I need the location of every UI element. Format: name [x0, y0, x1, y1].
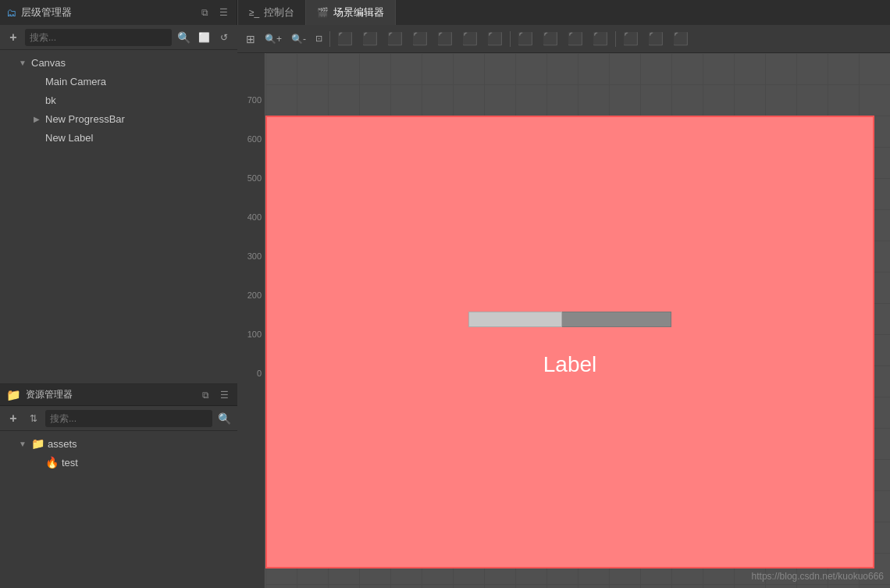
- assets-toolbar: + ⇅ 🔍: [0, 406, 237, 431]
- progressbar-label: New ProgressBar: [45, 113, 125, 125]
- scene-tool-dist2[interactable]: ⬛: [539, 29, 562, 49]
- assets-item-test[interactable]: 🔥 test: [0, 453, 237, 472]
- assets-folder-icon2: 📁: [31, 437, 44, 450]
- hierarchy-panel: + 🔍 ⬜ ↺ ▼ Canvas Main Camera: [0, 25, 237, 384]
- ruler-500: 500: [237, 173, 265, 212]
- hierarchy-item-canvas[interactable]: ▼ Canvas: [0, 53, 237, 72]
- hierarchy-copy-btn[interactable]: ⧉: [198, 5, 212, 20]
- assets-search-box: [45, 410, 212, 427]
- test-fire-icon: 🔥: [45, 456, 59, 469]
- scene-toolbar: ⊞ 🔍+ 🔍- ⊡ ⬛ ⬛ ⬛ ⬛ ⬛ ⬛ ⬛ ⬛ ⬛ ⬛ ⬛ ⬛ ⬛ ⬛: [237, 25, 890, 53]
- progressbar-background: [562, 312, 671, 327]
- main-camera-arrow-placeholder: [31, 76, 42, 87]
- assets-menu-btn[interactable]: ☰: [217, 388, 231, 402]
- scene-tool-dist1[interactable]: ⬛: [514, 29, 537, 49]
- hierarchy-content: ▼ Canvas Main Camera bk ▶ New ProgressBa…: [0, 50, 237, 383]
- assets-folder-label: assets: [48, 438, 77, 450]
- assets-header: 📁 资源管理器 ⧉ ☰: [0, 384, 237, 406]
- canvas-arrow: ▼: [17, 57, 28, 68]
- scene-tool-zoom-1x[interactable]: ⊡: [312, 29, 326, 49]
- scene-tool-align7[interactable]: ⬛: [483, 29, 507, 49]
- hierarchy-search-input[interactable]: [30, 32, 167, 43]
- scene-tool-zoom-in[interactable]: 🔍+: [261, 29, 286, 49]
- canvas-label: Canvas: [31, 57, 66, 69]
- assets-copy-btn[interactable]: ⧉: [198, 388, 212, 402]
- scene-icon: 🎬: [317, 7, 329, 18]
- hierarchy-search-box: [25, 29, 172, 46]
- ruler-400: 400: [237, 212, 265, 251]
- hierarchy-menu-btn[interactable]: ☰: [216, 5, 230, 20]
- scene-tool-align1[interactable]: ⬛: [333, 29, 357, 49]
- scene-tool-misc3[interactable]: ⬛: [669, 29, 692, 49]
- hierarchy-add-btn[interactable]: +: [5, 29, 22, 46]
- scene-tool-dist3[interactable]: ⬛: [564, 29, 587, 49]
- left-panel: + 🔍 ⬜ ↺ ▼ Canvas Main Camera: [0, 25, 237, 588]
- canvas-progressbar: [468, 312, 671, 327]
- scene-tool-misc1[interactable]: ⬛: [619, 29, 643, 49]
- scene-tool-align4[interactable]: ⬛: [408, 29, 432, 49]
- tab-scene[interactable]: 🎬 场景编辑器: [306, 0, 396, 25]
- scene-divider-3: [615, 31, 616, 47]
- canvas-label-text: Label: [543, 352, 597, 377]
- scene-tool-align5[interactable]: ⬛: [433, 29, 457, 49]
- ruler-300: 300: [237, 251, 265, 290]
- assets-add-btn[interactable]: +: [5, 410, 22, 427]
- ruler-0: 0: [237, 369, 265, 408]
- hierarchy-search-btn[interactable]: 🔍: [175, 29, 192, 46]
- ruler-600: 600: [237, 134, 265, 173]
- progressbar-fill: [468, 312, 562, 327]
- scene-tool-zoom-fit[interactable]: ⊞: [242, 29, 259, 49]
- scene-tool-align3[interactable]: ⬛: [383, 29, 407, 49]
- assets-folder-icon: 📁: [6, 388, 21, 402]
- assets-search-btn[interactable]: 🔍: [215, 410, 233, 427]
- game-canvas: Label: [265, 116, 874, 568]
- hierarchy-title: 层级管理器: [21, 5, 193, 20]
- right-area: ⊞ 🔍+ 🔍- ⊡ ⬛ ⬛ ⬛ ⬛ ⬛ ⬛ ⬛ ⬛ ⬛ ⬛ ⬛ ⬛ ⬛ ⬛ 使用…: [237, 25, 890, 588]
- top-tab-bar: 🗂 层级管理器 ⧉ ☰ ≥_ 控制台 🎬 场景编辑器: [0, 0, 890, 25]
- scene-tool-zoom-out[interactable]: 🔍-: [287, 29, 310, 49]
- hierarchy-refresh-btn[interactable]: ↺: [215, 29, 233, 46]
- bk-arrow-placeholder: [31, 94, 42, 105]
- hierarchy-item-progressbar[interactable]: ▶ New ProgressBar: [0, 109, 237, 128]
- assets-sort-btn[interactable]: ⇅: [25, 410, 42, 427]
- bk-label: bk: [45, 94, 56, 106]
- assets-search-input[interactable]: [50, 413, 208, 424]
- progressbar-arrow: ▶: [31, 113, 42, 124]
- ruler-left: 700 600 500 400 300 200 100 0: [237, 53, 265, 588]
- hierarchy-expand-btn[interactable]: ⬜: [195, 29, 212, 46]
- scene-tool-dist4[interactable]: ⬛: [589, 29, 612, 49]
- test-label: test: [62, 457, 78, 469]
- scene-divider-2: [510, 31, 511, 47]
- scene-tool-misc2[interactable]: ⬛: [644, 29, 668, 49]
- new-label-arrow-placeholder: [31, 132, 42, 143]
- hierarchy-item-bk[interactable]: bk: [0, 91, 237, 109]
- assets-folder-arrow: ▼: [17, 438, 28, 449]
- scene-viewport[interactable]: 使用鼠标右键平移视窗焦点，使用滚轮 700 600 500 400 300 20…: [237, 53, 890, 588]
- assets-content: ▼ 📁 assets 🔥 test: [0, 431, 237, 588]
- watermark: https://blog.csdn.net/kuokuo666: [752, 571, 884, 582]
- assets-title: 资源管理器: [26, 388, 194, 401]
- ruler-200: 200: [237, 290, 265, 330]
- assets-panel: 📁 资源管理器 ⧉ ☰ + ⇅ 🔍 ▼ 📁 assets: [0, 384, 237, 588]
- ruler-700: 700: [237, 95, 265, 134]
- hierarchy-toolbar: + 🔍 ⬜ ↺: [0, 25, 237, 50]
- console-icon: ≥_: [249, 7, 259, 18]
- scene-divider-1: [329, 31, 330, 47]
- test-arrow-placeholder: [31, 457, 42, 468]
- console-label: 控制台: [264, 5, 294, 20]
- scene-tool-align6[interactable]: ⬛: [458, 29, 482, 49]
- ruler-100: 100: [237, 330, 265, 369]
- hierarchy-item-label[interactable]: New Label: [0, 128, 237, 147]
- scene-label: 场景编辑器: [333, 5, 384, 20]
- new-label-text: New Label: [45, 132, 93, 144]
- tab-console[interactable]: ≥_ 控制台: [237, 0, 306, 25]
- scene-tool-align2[interactable]: ⬛: [358, 29, 382, 49]
- hierarchy-icon: 🗂: [6, 7, 16, 19]
- assets-item-assets[interactable]: ▼ 📁 assets: [0, 434, 237, 453]
- hierarchy-item-main-camera[interactable]: Main Camera: [0, 72, 237, 91]
- main-camera-label: Main Camera: [45, 76, 106, 87]
- main-layout: + 🔍 ⬜ ↺ ▼ Canvas Main Camera: [0, 25, 890, 588]
